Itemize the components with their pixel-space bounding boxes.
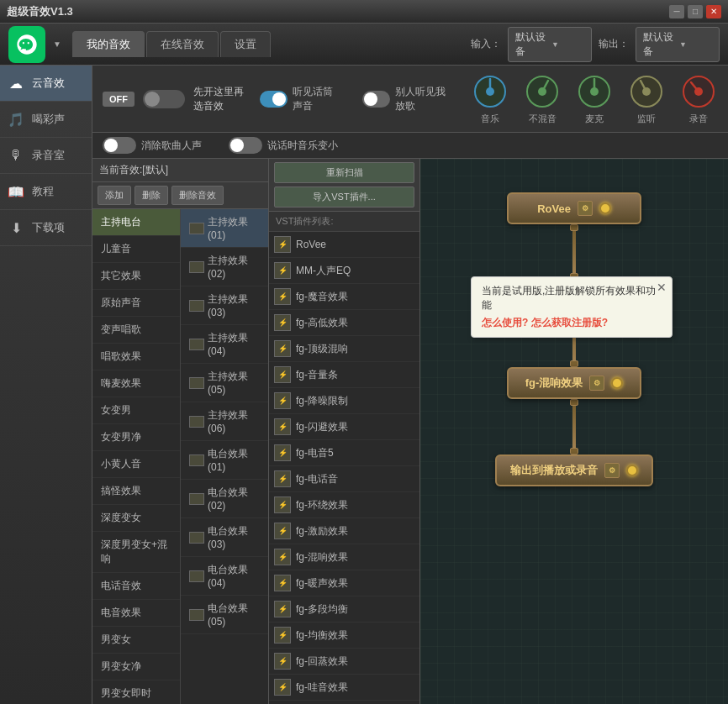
sidebar-item-record[interactable]: 🎙 录音室 [0,138,92,174]
nav-arrow[interactable]: ▼ [50,38,64,51]
notification-link[interactable]: 怎么使用? 怎么获取注册版? [482,316,662,330]
import-vst-button[interactable]: 导入VST插件... [274,187,414,208]
vst-item[interactable]: ⚡ fg-环绕效果 [269,492,419,518]
vst-item[interactable]: ⚡ fg-混响效果 [269,544,419,570]
vst-item[interactable]: ⚡ fg-音量条 [269,362,419,388]
chain-node-output[interactable]: 输出到播放或录音 ⚙ [495,454,653,486]
wechat-logo[interactable] [8,26,45,63]
window-controls: ─ □ ✕ [669,5,721,18]
record-knob[interactable] [679,72,718,111]
sub-effect-item[interactable]: 电台效果(01) [181,441,268,480]
effect-item[interactable]: 电音效果 [92,600,180,627]
vst-item[interactable]: ⚡ fg-变声效果 [269,701,419,704]
music-duck-switch[interactable] [229,137,262,154]
monitor-knob[interactable] [627,72,666,111]
effect-item[interactable]: 电话音效 [92,573,180,600]
sub-effect-item[interactable]: 主持效果(06) [181,402,268,441]
maximize-button[interactable]: □ [688,5,703,18]
notification-close-button[interactable]: ✕ [657,281,667,294]
vst-item[interactable]: ⚡ fg-电音5 [269,440,419,466]
svg-point-5 [590,87,599,96]
vst-item[interactable]: ⚡ fg-降噪限制 [269,388,419,414]
tab-my-effects[interactable]: 我的音效 [72,31,145,57]
effect-item[interactable]: 唱歌效果 [92,344,180,370]
off-badge[interactable]: OFF [103,92,135,107]
sub-effect-item[interactable]: 电台效果(03) [181,518,268,557]
music-play-switch[interactable] [362,91,390,108]
sub-effect-item[interactable]: 主持效果(02) [181,248,268,286]
output-device-dropdown[interactable]: 默认设备 ▼ [636,27,720,62]
music-knob[interactable] [471,72,509,111]
tab-settings[interactable]: 设置 [220,31,271,57]
sidebar-item-cloud[interactable]: ☁ 云音效 [0,66,92,102]
effect-item[interactable]: 原始声音 [92,290,180,317]
vst-item[interactable]: ⚡ fg-多段均衡 [269,596,419,623]
effect-item[interactable]: 男变女即时 [92,680,180,704]
effect-item[interactable]: 男变女 [92,627,180,654]
vst-item-icon: ⚡ [274,470,291,487]
sub-effect-item[interactable]: 主持效果(01) [181,209,268,248]
sidebar-item-download[interactable]: ⬇ 下载项 [0,210,92,246]
input-label: 输入： [471,37,501,51]
vst-item[interactable]: ⚡ MM-人声EQ [269,258,419,284]
delete-effect-button2[interactable]: 删除音效 [171,186,224,205]
vst-item[interactable]: ⚡ RoVee [269,232,419,258]
effect-item[interactable]: 小黄人音 [92,451,180,478]
mic-knob[interactable] [575,72,614,111]
chain-node-rovee[interactable]: RoVee ⚙ [507,192,641,224]
vocal-remove-switch[interactable] [103,137,136,154]
sub-effect-item[interactable]: 电台效果(05) [181,596,268,634]
tab-online-effects[interactable]: 在线音效 [146,31,219,57]
vst-item-label: fg-激励效果 [296,524,348,539]
record-knob-label: 录音 [689,113,708,125]
effect-item[interactable]: 儿童音 [92,236,180,263]
close-button[interactable]: ✕ [706,5,721,18]
minimize-button[interactable]: ─ [669,5,684,18]
music-play-label: 别人听见我放歌 [395,85,454,113]
vst-item[interactable]: ⚡ fg-均衡效果 [269,623,419,649]
rovee-settings-button[interactable]: ⚙ [578,201,593,216]
effect-item[interactable]: 嗨麦效果 [92,370,180,397]
input-device-dropdown[interactable]: 默认设备 ▼ [508,27,592,62]
effect-item[interactable]: 搞怪效果 [92,478,180,505]
vst-item[interactable]: ⚡ fg-顶级混响 [269,336,419,362]
effect-item[interactable]: 女变男 [92,397,180,424]
vst-item[interactable]: ⚡ fg-闪避效果 [269,414,419,440]
vst-item-label: fg-魔音效果 [296,290,348,304]
vst-item[interactable]: ⚡ fg-电话音 [269,466,419,492]
effect-item[interactable]: 变声唱歌 [92,317,180,344]
effect-item[interactable]: 深度男变女+混响 [92,532,180,573]
reverb-settings-button[interactable]: ⚙ [589,376,604,391]
sidebar-item-cheer[interactable]: 🎵 喝彩声 [0,102,92,138]
vst-item[interactable]: ⚡ fg-高低效果 [269,310,419,336]
delete-effect-button[interactable]: 删除 [135,186,168,205]
sub-effect-item[interactable]: 电台效果(02) [181,480,268,518]
add-effect-button[interactable]: 添加 [98,186,131,205]
vst-item[interactable]: ⚡ fg-暖声效果 [269,570,419,596]
sub-effect-item[interactable]: 主持效果(03) [181,286,268,325]
vst-item[interactable]: ⚡ fg-魔音效果 [269,284,419,310]
effect-item[interactable]: 男变女净 [92,654,180,680]
effect-item[interactable]: 主持电台 [92,209,180,236]
effect-item[interactable]: 其它效果 [92,263,180,290]
sub-effect-item[interactable]: 电台效果(04) [181,557,268,596]
sidebar-item-tutorial[interactable]: 📖 教程 [0,174,92,210]
rescan-button[interactable]: 重新扫描 [274,162,414,183]
vst-item-label: fg-电音5 [296,446,334,460]
output-settings-button[interactable]: ⚙ [604,463,620,478]
knob-music: 音乐 [471,72,509,125]
svg-point-3 [538,87,546,96]
sub-effect-item[interactable]: 主持效果(04) [181,325,268,364]
vst-item[interactable]: ⚡ fg-哇音效果 [269,675,419,701]
output-device-arrow: ▼ [679,40,712,49]
nomix-knob[interactable] [523,72,562,111]
master-toggle-switch[interactable] [143,90,185,108]
effect-item[interactable]: 女变男净 [92,424,180,451]
vst-item[interactable]: ⚡ fg-激励效果 [269,518,419,544]
chain-node-reverb[interactable]: fg-混响效果 ⚙ [507,367,641,399]
effect-item[interactable]: 深度变女 [92,505,180,532]
sub-effect-item[interactable]: 主持效果(05) [181,364,268,402]
vst-item[interactable]: ⚡ fg-回蒸效果 [269,649,419,675]
vst-item-label: fg-多段均衡 [296,602,348,617]
mic-monitor-switch[interactable] [260,91,288,108]
